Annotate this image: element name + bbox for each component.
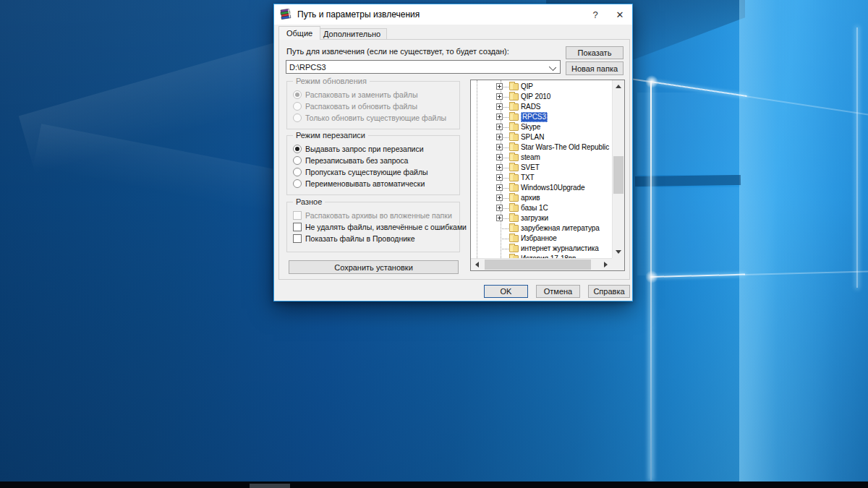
radio-option[interactable]: Пропускать существующие файлы bbox=[293, 166, 456, 178]
tree-item[interactable]: RADS bbox=[471, 102, 612, 112]
tree-item-label[interactable]: SVET bbox=[521, 163, 540, 173]
tree-item-label[interactable]: steam bbox=[521, 153, 540, 163]
expand-plus-icon[interactable] bbox=[496, 205, 503, 211]
horizontal-scroll-thumb[interactable] bbox=[485, 260, 591, 270]
expand-plus-icon[interactable] bbox=[496, 144, 503, 150]
cancel-button[interactable]: Отмена bbox=[536, 285, 580, 298]
tree-item[interactable]: базы 1С bbox=[471, 203, 612, 213]
expand-plus-icon[interactable] bbox=[496, 215, 503, 221]
tree-item-label[interactable]: базы 1С bbox=[521, 203, 548, 213]
tree-item-label[interactable]: Skype bbox=[521, 122, 540, 132]
tree-item-label[interactable]: RPCS3 bbox=[521, 112, 548, 122]
extraction-path-label: Путь для извлечения (если не существует,… bbox=[286, 47, 509, 56]
tree-item-label[interactable]: RADS bbox=[521, 102, 540, 112]
folder-icon bbox=[509, 215, 519, 222]
tree-item-label[interactable]: История 17-18вв bbox=[521, 254, 576, 258]
expand-plus-icon[interactable] bbox=[496, 83, 503, 90]
expand-plus-icon[interactable] bbox=[496, 194, 503, 201]
scroll-left-button[interactable] bbox=[471, 258, 483, 270]
tree-item[interactable]: QIP 2010 bbox=[471, 92, 612, 102]
overwrite-mode-options: Выдавать запрос при перезаписиПерезаписы… bbox=[293, 143, 456, 189]
tree-item[interactable]: SPLAN bbox=[471, 132, 612, 142]
folder-tree: QIPQIP 2010RADSRPCS3SkypeSPLANStar Wars-… bbox=[471, 80, 612, 258]
tree-item[interactable]: RPCS3 bbox=[471, 112, 612, 122]
chevron-down-icon[interactable] bbox=[549, 64, 556, 71]
expand-plus-icon[interactable] bbox=[496, 134, 503, 140]
radio-option[interactable]: Только обновить существующие файлы bbox=[293, 112, 456, 124]
tree-item-label[interactable]: архив bbox=[521, 193, 540, 203]
checkbox-option[interactable]: Не удалять файлы, извлечённые с ошибками bbox=[293, 221, 456, 233]
option-label: Выдавать запрос при перезаписи bbox=[305, 145, 424, 153]
tree-item[interactable]: зарубежная литература bbox=[471, 223, 612, 234]
radio-option[interactable]: Перезаписывать без запроса bbox=[293, 155, 456, 166]
extraction-path-combobox[interactable]: D:\RPCS3 bbox=[286, 60, 561, 74]
radio-control[interactable] bbox=[293, 156, 302, 165]
expand-plus-icon[interactable] bbox=[496, 184, 503, 191]
tree-item[interactable]: История 17-18вв bbox=[471, 254, 612, 258]
radio-option[interactable]: Распаковать и заменить файлы bbox=[293, 89, 456, 100]
radio-control[interactable] bbox=[293, 168, 302, 176]
scroll-right-button[interactable] bbox=[600, 258, 612, 270]
expand-plus-icon[interactable] bbox=[496, 103, 503, 110]
expand-plus-icon[interactable] bbox=[496, 174, 503, 181]
checkbox-option[interactable]: Распаковать архивы во вложенные папки bbox=[293, 210, 456, 221]
display-button[interactable]: Показать bbox=[566, 46, 624, 59]
tree-item-label[interactable]: QIP 2010 bbox=[521, 92, 550, 102]
tree-item-label[interactable]: Star Wars-The Old Republic bbox=[521, 142, 609, 153]
tree-item[interactable]: QIP bbox=[471, 82, 612, 92]
vertical-scroll-thumb[interactable] bbox=[613, 156, 624, 194]
tree-item[interactable]: архив bbox=[471, 193, 612, 203]
expand-plus-icon[interactable] bbox=[496, 124, 503, 130]
tree-item[interactable]: SVET bbox=[471, 163, 612, 173]
help-button[interactable]: ? bbox=[583, 4, 608, 25]
expand-plus-icon[interactable] bbox=[496, 154, 503, 160]
group-title: Режим обновления bbox=[293, 77, 370, 85]
tree-item[interactable]: интернет журналистика bbox=[471, 244, 612, 254]
help-button-bottom[interactable]: Справка bbox=[588, 285, 630, 298]
tree-item[interactable]: Skype bbox=[471, 122, 612, 132]
tree-item-label[interactable]: SPLAN bbox=[521, 132, 544, 142]
tree-item-label[interactable]: загрузки bbox=[521, 213, 548, 223]
tree-item[interactable]: steam bbox=[471, 153, 612, 163]
horizontal-scrollbar[interactable] bbox=[471, 258, 612, 270]
radio-control[interactable] bbox=[293, 90, 302, 99]
ok-button[interactable]: OK bbox=[484, 285, 528, 298]
checkbox-control[interactable] bbox=[293, 234, 302, 243]
tab-general[interactable]: Общие bbox=[278, 26, 320, 40]
scroll-up-button[interactable] bbox=[612, 80, 624, 93]
radio-control[interactable] bbox=[293, 145, 302, 153]
tree-item-label[interactable]: Избранное bbox=[521, 234, 557, 244]
misc-group: Разное Распаковать архивы во вложенные п… bbox=[286, 202, 460, 252]
radio-option[interactable]: Переименовывать автоматически bbox=[293, 178, 456, 189]
radio-control[interactable] bbox=[293, 179, 302, 188]
tab-advanced[interactable]: Дополнительно bbox=[317, 28, 387, 39]
tree-item-label[interactable]: зарубежная литература bbox=[521, 223, 600, 234]
scroll-down-button[interactable] bbox=[612, 246, 624, 258]
save-settings-button[interactable]: Сохранить установки bbox=[289, 260, 459, 274]
tree-item-label[interactable]: Windows10Upgrade bbox=[521, 183, 584, 193]
new-folder-button[interactable]: Новая папка bbox=[566, 61, 624, 75]
close-icon[interactable]: ✕ bbox=[608, 4, 632, 25]
radio-option[interactable]: Выдавать запрос при перезаписи bbox=[293, 143, 456, 155]
tree-item[interactable]: TXT bbox=[471, 173, 612, 183]
tree-item-label[interactable]: интернет журналистика bbox=[521, 244, 599, 254]
checkbox-control[interactable] bbox=[293, 223, 302, 231]
tree-item[interactable]: загрузки bbox=[471, 213, 612, 223]
radio-option[interactable]: Распаковать и обновить файлы bbox=[293, 100, 456, 112]
checkbox-option[interactable]: Показать файлы в Проводнике bbox=[293, 233, 456, 244]
vertical-scrollbar[interactable] bbox=[612, 80, 624, 258]
tab-page-general: Путь для извлечения (если не существует,… bbox=[278, 39, 630, 280]
radio-control[interactable] bbox=[293, 114, 302, 122]
checkbox-control[interactable] bbox=[293, 211, 302, 220]
expand-plus-icon[interactable] bbox=[496, 93, 503, 100]
tree-item[interactable]: Star Wars-The Old Republic bbox=[471, 142, 612, 153]
radio-control[interactable] bbox=[293, 102, 302, 111]
tree-item[interactable]: Windows10Upgrade bbox=[471, 183, 612, 193]
tree-item-label[interactable]: QIP bbox=[521, 82, 533, 92]
triangle-left-icon bbox=[475, 262, 479, 267]
tree-item[interactable]: Избранное bbox=[471, 234, 612, 244]
expand-plus-icon[interactable] bbox=[496, 114, 503, 120]
dialog-titlebar[interactable]: Путь и параметры извлечения ? ✕ bbox=[274, 4, 632, 25]
expand-plus-icon[interactable] bbox=[496, 164, 503, 171]
tree-item-label[interactable]: TXT bbox=[521, 173, 535, 183]
